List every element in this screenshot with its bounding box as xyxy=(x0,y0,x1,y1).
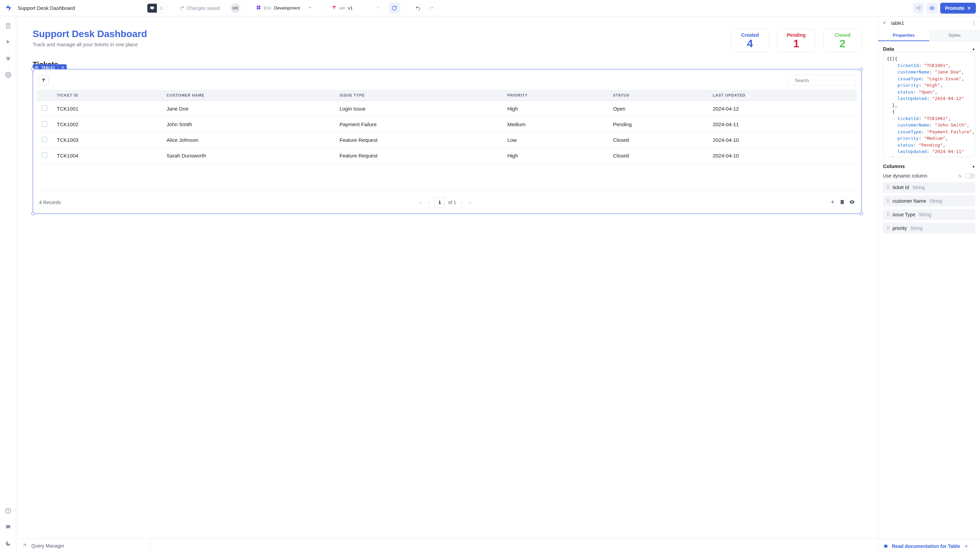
dashboard-subtitle: Track and manage all your tickets in one… xyxy=(33,41,147,47)
tickets-heading: Tickets xyxy=(33,60,862,69)
version-dropdown[interactable]: ver v1 xyxy=(328,4,384,12)
cell-issue-type: Payment Failure xyxy=(335,117,503,132)
env-dropdown[interactable]: Env Development xyxy=(253,4,316,12)
more-icon[interactable] xyxy=(971,20,977,27)
add-row-button[interactable] xyxy=(830,199,835,206)
col-last-updated[interactable]: LAST UPDATED xyxy=(708,90,857,101)
stat-pending: Pending 1 xyxy=(777,29,815,52)
table-widget-selection[interactable]: TICKET ID CUSTOMER NAME ISSUE TYPE PRIOR… xyxy=(33,69,862,214)
desktop-icon[interactable] xyxy=(147,4,157,13)
cell-last-updated: 2024-04-12 xyxy=(708,101,857,117)
row-checkbox[interactable] xyxy=(42,105,47,111)
refresh-button[interactable] xyxy=(389,3,400,14)
theme-icon[interactable] xyxy=(4,539,12,548)
column-config-row[interactable]: ⠿ customer Name String xyxy=(883,195,975,207)
row-checkbox[interactable] xyxy=(42,137,47,142)
preview-button[interactable] xyxy=(927,3,937,14)
drag-handle-icon[interactable]: ⠿ xyxy=(886,212,889,217)
collapse-columns-icon[interactable]: ▲ xyxy=(972,164,975,168)
autosave-status: Changes saved xyxy=(180,5,220,11)
cell-status: Closed xyxy=(608,148,708,164)
component-name[interactable]: table1 xyxy=(891,21,967,26)
filter-button[interactable] xyxy=(38,75,49,85)
mobile-icon[interactable] xyxy=(157,4,166,13)
column-config-row[interactable]: ⠿ ticket Id String xyxy=(883,182,975,193)
drag-handle-icon[interactable]: ⠿ xyxy=(886,226,889,231)
data-section-title: Data xyxy=(883,46,894,52)
debug-icon[interactable] xyxy=(4,54,12,63)
collapse-data-icon[interactable]: ▲ xyxy=(972,47,975,51)
data-code-editor[interactable]: {{[{ ticketId: "TCK1001", customerName: … xyxy=(883,52,975,157)
share-button[interactable] xyxy=(913,3,924,14)
download-button[interactable] xyxy=(840,199,845,206)
table-row[interactable]: TCK1004 Sarah Dunsworth Feature Request … xyxy=(37,148,857,164)
col-status[interactable]: STATUS xyxy=(608,90,708,101)
undo-button[interactable] xyxy=(412,3,423,14)
page-first[interactable]: « xyxy=(418,200,424,205)
search-input[interactable] xyxy=(795,78,852,83)
page-next[interactable]: › xyxy=(460,200,464,205)
comments-icon[interactable] xyxy=(4,523,12,531)
table-row[interactable]: TCK1003 Alice Johnson Feature Request Lo… xyxy=(37,132,857,148)
docs-link[interactable]: Read documentation for Table xyxy=(878,539,980,553)
app-title: Support Desk Dashboard xyxy=(18,5,75,11)
cell-priority: Low xyxy=(503,132,608,148)
table-row[interactable]: TCK1002 John Smith Payment Failure Mediu… xyxy=(37,117,857,132)
expand-icon[interactable] xyxy=(22,542,27,549)
col-issue-type[interactable]: ISSUE TYPE xyxy=(335,90,503,101)
page-current[interactable]: 1 xyxy=(434,197,445,207)
dynamic-column-toggle[interactable] xyxy=(965,173,975,178)
column-config-row[interactable]: ⠿ priority String xyxy=(883,223,975,234)
drag-handle-icon[interactable]: ⠿ xyxy=(886,185,889,190)
cell-priority: High xyxy=(503,101,608,117)
col-customer-name[interactable]: CUSTOMER NAME xyxy=(162,90,335,101)
tab-properties[interactable]: Properties xyxy=(878,30,929,41)
chevron-down-icon xyxy=(308,5,312,11)
svg-rect-0 xyxy=(150,6,154,9)
column-name: issue Type xyxy=(892,212,915,217)
cell-issue-type: Feature Request xyxy=(335,148,503,164)
cell-ticket-id: TCK1003 xyxy=(52,132,162,148)
svg-point-21 xyxy=(974,24,974,24)
table-search[interactable] xyxy=(788,75,856,86)
pages-icon[interactable] xyxy=(4,22,12,30)
chevron-down-icon xyxy=(376,5,381,11)
drag-handle-icon[interactable]: ⠿ xyxy=(886,198,889,204)
fx-button[interactable]: fx xyxy=(958,173,962,178)
inspect-icon[interactable] xyxy=(4,38,12,46)
cell-issue-type: Login Issue xyxy=(335,101,503,117)
svg-point-20 xyxy=(974,22,974,23)
cell-status: Closed xyxy=(608,132,708,148)
stat-created: Created 4 xyxy=(731,29,769,52)
svg-rect-3 xyxy=(256,6,258,8)
visibility-button[interactable] xyxy=(849,199,855,206)
col-priority[interactable]: PRIORITY xyxy=(503,90,608,101)
query-manager-bar[interactable]: Query Manager xyxy=(16,538,878,553)
svg-rect-6 xyxy=(259,8,260,10)
tab-styles[interactable]: Styles xyxy=(929,30,980,41)
help-icon[interactable] xyxy=(4,507,12,515)
user-avatar[interactable]: KR xyxy=(231,3,240,13)
search-icon xyxy=(791,78,792,83)
back-button[interactable] xyxy=(882,20,887,27)
redo-button[interactable] xyxy=(426,3,437,14)
settings-icon[interactable] xyxy=(4,71,12,79)
col-ticket-id[interactable]: TICKET ID xyxy=(52,90,162,101)
cell-ticket-id: TCK1001 xyxy=(52,101,162,117)
page-last[interactable]: » xyxy=(467,200,473,205)
column-config-row[interactable]: ⠿ issue Type String xyxy=(883,209,975,220)
svg-point-12 xyxy=(7,57,10,60)
canvas[interactable]: Support Desk Dashboard Track and manage … xyxy=(16,16,878,538)
row-checkbox[interactable] xyxy=(42,153,47,158)
stat-closed: Closed 2 xyxy=(824,29,862,52)
promote-button[interactable]: Promote xyxy=(940,3,976,14)
row-checkbox[interactable] xyxy=(42,121,47,127)
table-row[interactable]: TCK1001 Jane Doe Login Issue High Open 2… xyxy=(37,101,857,117)
page-prev[interactable]: ‹ xyxy=(427,200,431,205)
cell-status: Open xyxy=(608,101,708,117)
cell-customer-name: Alice Johnson xyxy=(162,132,335,148)
svg-point-15 xyxy=(36,67,37,68)
viewport-toggle[interactable] xyxy=(147,3,167,13)
app-logo-icon[interactable] xyxy=(4,4,12,12)
column-type: String xyxy=(919,212,931,217)
